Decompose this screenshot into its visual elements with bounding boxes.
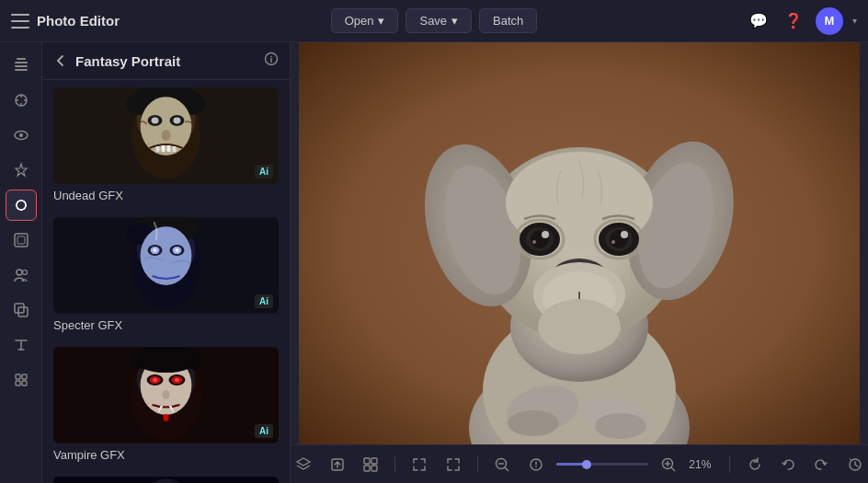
- svg-point-15: [22, 270, 27, 275]
- panel-header: Fantasy Portrait: [42, 42, 290, 80]
- svg-rect-2: [15, 69, 28, 71]
- effect-thumb-specter: Ai: [53, 217, 279, 314]
- effect-item-vampire[interactable]: Ai Vampire GFX: [42, 339, 290, 469]
- svg-point-115: [538, 299, 621, 354]
- save-button[interactable]: Save ▾: [405, 8, 472, 33]
- canvas-viewport[interactable]: [291, 42, 868, 444]
- effect-item-undead[interactable]: Ai Undead GFX: [42, 80, 290, 210]
- svg-rect-13: [17, 236, 25, 244]
- divider-2: [477, 456, 478, 473]
- topbar-left: Photo Editor: [11, 13, 331, 29]
- bottombar: 21%: [291, 444, 868, 483]
- svg-rect-17: [18, 307, 28, 316]
- svg-point-65: [163, 390, 170, 399]
- sidebar-item-people[interactable]: [6, 259, 37, 291]
- expand-icon[interactable]: [406, 451, 432, 478]
- svg-rect-21: [22, 381, 27, 385]
- panel-title: Fantasy Portrait: [75, 53, 257, 69]
- main-image: [299, 42, 860, 444]
- chat-icon[interactable]: 💬: [746, 8, 771, 34]
- svg-point-63: [153, 378, 157, 382]
- undo-icon[interactable]: [775, 451, 801, 478]
- divider-3: [729, 456, 730, 473]
- svg-rect-19: [22, 374, 27, 379]
- sidebar-item-frames[interactable]: [6, 224, 37, 256]
- svg-rect-0: [15, 62, 28, 63]
- sidebar-item-filters[interactable]: [6, 85, 37, 116]
- svg-point-64: [175, 378, 179, 382]
- svg-rect-18: [16, 374, 20, 379]
- help-icon[interactable]: ❓: [781, 8, 806, 34]
- history-icon[interactable]: [842, 451, 868, 478]
- sidebar-item-eye[interactable]: [6, 120, 37, 151]
- svg-point-106: [611, 240, 615, 244]
- effect-thumb-undead: Ai: [53, 87, 279, 184]
- svg-rect-119: [371, 458, 377, 464]
- redo-icon[interactable]: [808, 451, 834, 478]
- svg-rect-16: [15, 304, 24, 313]
- effect-name-specter: Specter GFX: [53, 318, 279, 332]
- topbar-center: Open ▾ Save ▾ Batch: [331, 8, 538, 33]
- svg-point-11: [17, 201, 26, 210]
- ai-badge-vampire: Ai: [255, 424, 273, 438]
- zoom-out-icon[interactable]: [489, 451, 515, 478]
- sidebar-item-effects[interactable]: [6, 190, 37, 221]
- svg-point-100: [532, 240, 536, 244]
- ai-badge-undead: Ai: [255, 165, 273, 178]
- sidebar-item-overlays[interactable]: [6, 294, 37, 326]
- main-area: Fantasy Portrait: [0, 42, 868, 483]
- refresh-icon[interactable]: [741, 451, 767, 478]
- svg-marker-116: [297, 458, 310, 466]
- divider-1: [394, 456, 395, 473]
- svg-point-14: [17, 270, 22, 275]
- svg-rect-1: [15, 65, 28, 67]
- info-button[interactable]: [264, 52, 279, 70]
- ai-badge-specter: Ai: [255, 294, 273, 308]
- svg-point-99: [542, 231, 549, 238]
- svg-point-34: [152, 118, 159, 124]
- zoom-slider[interactable]: [556, 463, 648, 466]
- open-button[interactable]: Open ▾: [331, 8, 399, 33]
- effect-item-specter[interactable]: Ai Specter GFX: [42, 210, 290, 339]
- zoom-in-icon[interactable]: [656, 451, 681, 478]
- svg-rect-20: [16, 381, 20, 385]
- zoom-percent: 21%: [689, 458, 718, 471]
- export-icon[interactable]: [324, 451, 349, 478]
- svg-rect-3: [17, 58, 26, 60]
- svg-rect-12: [15, 234, 28, 247]
- sidebar-item-magic[interactable]: [6, 155, 37, 186]
- effects-panel: Fantasy Portrait: [42, 42, 291, 483]
- topbar-right: 💬 ❓ M ▾: [537, 7, 857, 35]
- sidebar-item-text[interactable]: [6, 329, 37, 361]
- svg-rect-38: [162, 145, 166, 152]
- svg-point-127: [535, 466, 537, 467]
- effect-name-vampire: Vampire GFX: [53, 448, 279, 462]
- iconbar: [0, 42, 42, 483]
- app-title: Photo Editor: [37, 13, 120, 29]
- svg-line-131: [671, 467, 675, 471]
- sidebar-item-layers[interactable]: [6, 50, 37, 81]
- sidebar-item-tools[interactable]: [6, 364, 37, 396]
- layers-bottom-icon[interactable]: [291, 451, 316, 478]
- zoom-reset-icon[interactable]: [522, 451, 548, 478]
- menu-icon[interactable]: [11, 14, 29, 29]
- effect-item-outerworld[interactable]: Ai Outerworld GFX: [42, 469, 290, 483]
- grid-icon[interactable]: [358, 451, 383, 478]
- svg-point-88: [595, 413, 646, 439]
- svg-point-66: [164, 414, 169, 421]
- svg-point-35: [173, 118, 180, 124]
- back-button[interactable]: [53, 53, 68, 68]
- effect-thumb-outerworld: Ai: [53, 477, 279, 483]
- svg-point-52: [175, 248, 178, 252]
- avatar-dropdown-icon[interactable]: ▾: [852, 16, 857, 26]
- svg-line-124: [505, 467, 508, 471]
- svg-point-105: [621, 231, 628, 238]
- fit-icon[interactable]: [440, 451, 466, 478]
- svg-rect-37: [156, 146, 160, 152]
- avatar[interactable]: M: [816, 7, 843, 35]
- batch-button[interactable]: Batch: [479, 8, 537, 33]
- canvas-area: 21%: [291, 42, 868, 483]
- svg-rect-39: [166, 145, 170, 152]
- svg-point-51: [154, 248, 157, 252]
- topbar: Photo Editor Open ▾ Save ▾ Batch 💬 ❓ M ▾: [0, 0, 868, 42]
